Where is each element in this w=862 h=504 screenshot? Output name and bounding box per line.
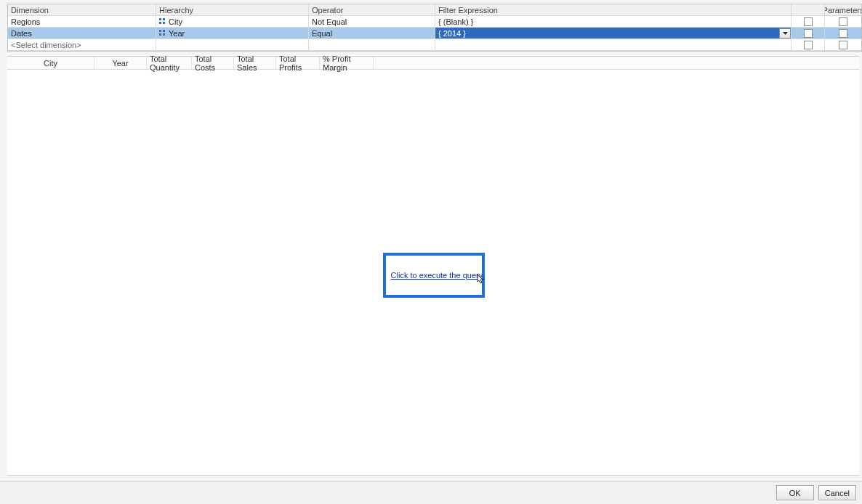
cell-operator[interactable]: Equal [309, 28, 435, 38]
execute-query-box: Click to execute the query. [383, 253, 485, 298]
chevron-down-icon [783, 32, 788, 35]
cell-filter-expression[interactable]: { 2014 } [435, 28, 791, 38]
cancel-button[interactable]: Cancel [818, 485, 856, 500]
header-hierarchy: Hierarchy [156, 4, 309, 15]
result-header-profit-margin[interactable]: % Profit Margin [320, 57, 374, 69]
checkbox-icon[interactable] [839, 29, 847, 38]
cell-param-check-a[interactable] [791, 28, 825, 38]
result-header-total-profits[interactable]: Total Profits [276, 57, 320, 69]
cell-param-check-a[interactable] [791, 39, 825, 50]
checkbox-icon[interactable] [839, 41, 847, 49]
result-header: City Year Total Quantity Total Costs Tot… [7, 57, 859, 70]
filter-expression-value: { 2014 } [438, 29, 466, 38]
result-header-total-sales[interactable]: Total Sales [234, 57, 276, 69]
svg-rect-6 [159, 33, 161, 36]
ok-button[interactable]: OK [776, 485, 814, 500]
header-filter-expression: Filter Expression [435, 4, 791, 15]
hierarchy-icon [159, 30, 166, 36]
cell-hierarchy[interactable]: Year [156, 28, 309, 38]
filter-row-selected[interactable]: Dates Year Equal { 2014 } [8, 28, 861, 39]
svg-marker-8 [783, 32, 788, 35]
filter-row[interactable]: Regions City Not Equal { (Blank) } [8, 16, 861, 28]
svg-rect-5 [163, 30, 165, 32]
cell-dimension[interactable]: Dates [8, 28, 156, 38]
result-area: City Year Total Quantity Total Costs Tot… [7, 56, 859, 476]
header-param-check [791, 4, 825, 15]
header-operator: Operator [309, 4, 435, 15]
cell-hierarchy-text: Year [169, 29, 185, 38]
svg-rect-7 [163, 33, 165, 36]
select-dimension-placeholder[interactable]: <Select dimension> [8, 39, 156, 50]
filter-grid-header: Dimension Hierarchy Operator Filter Expr… [8, 4, 861, 16]
cell-param-check-b[interactable] [825, 16, 861, 27]
result-header-total-quantity[interactable]: Total Quantity [147, 57, 192, 69]
cell-dimension[interactable]: Regions [8, 16, 156, 27]
cell-hierarchy-text: City [169, 17, 182, 26]
cell-hierarchy[interactable]: City [156, 16, 309, 27]
cursor-icon [474, 274, 484, 287]
cell-param-check-b[interactable] [825, 28, 861, 38]
dialog-footer: OK Cancel [0, 481, 862, 504]
execute-query-link[interactable]: Click to execute the query. [391, 271, 485, 280]
filter-row-placeholder[interactable]: <Select dimension> [8, 39, 861, 51]
dropdown-button[interactable] [779, 28, 791, 38]
hierarchy-icon [159, 18, 166, 25]
result-header-city[interactable]: City [7, 57, 94, 69]
header-dimension: Dimension [8, 4, 156, 15]
checkbox-icon[interactable] [804, 29, 813, 38]
cell-operator[interactable] [309, 39, 435, 50]
svg-rect-4 [159, 30, 161, 32]
svg-rect-0 [159, 18, 161, 20]
cell-filter-expression[interactable] [435, 39, 791, 50]
cell-param-check-a[interactable] [791, 16, 825, 27]
svg-rect-3 [163, 22, 165, 24]
checkbox-icon[interactable] [804, 17, 813, 26]
cell-operator[interactable]: Not Equal [309, 16, 435, 27]
cell-filter-expression[interactable]: { (Blank) } [435, 16, 791, 27]
checkbox-icon[interactable] [804, 41, 813, 49]
svg-rect-1 [163, 18, 165, 20]
result-header-total-costs[interactable]: Total Costs [192, 57, 234, 69]
execute-query-text: Click to execute the query. [391, 271, 485, 280]
filter-grid: Dimension Hierarchy Operator Filter Expr… [7, 4, 862, 52]
checkbox-icon[interactable] [839, 17, 847, 26]
result-header-year[interactable]: Year [94, 57, 147, 69]
svg-rect-2 [159, 22, 161, 24]
cell-param-check-b[interactable] [825, 39, 861, 50]
cell-hierarchy[interactable] [156, 39, 309, 50]
header-parameters: Parameters [825, 4, 861, 15]
filter-expression-dropdown[interactable]: { 2014 } [435, 28, 791, 38]
